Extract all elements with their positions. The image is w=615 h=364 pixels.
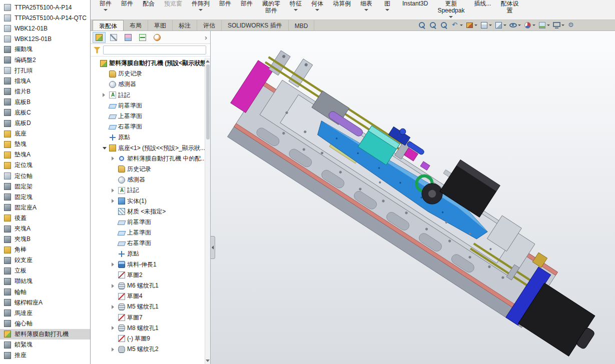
- ribbon-button[interactable]: 更新 Speedpak: [434, 0, 467, 18]
- expand-arrow-icon[interactable]: [112, 326, 116, 330]
- view-toolbar-button[interactable]: [537, 21, 550, 30]
- ribbon-button[interactable]: 藏的零 部件: [259, 0, 283, 14]
- parts-list-item[interactable]: 馬達座: [0, 308, 90, 318]
- feature-tree-item[interactable]: 註記: [91, 90, 210, 100]
- featuremanager-tab[interactable]: [93, 32, 106, 43]
- parts-list-item[interactable]: 固定架: [0, 182, 90, 192]
- ribbon-button[interactable]: 插线...: [471, 0, 494, 8]
- ribbon-tab[interactable]: 布局: [124, 20, 148, 30]
- ribbon-tab[interactable]: 草图: [148, 20, 173, 30]
- parts-list-item[interactable]: 定位軸: [0, 171, 90, 182]
- feature-tree-item[interactable]: 感測器: [91, 174, 210, 185]
- ribbon-button[interactable]: 部件: [216, 0, 234, 8]
- ribbon-button[interactable]: Instant3D: [399, 0, 431, 8]
- parts-list-item[interactable]: 固定座A: [0, 202, 90, 213]
- feature-tree-item[interactable]: M8 螺纹孔1: [91, 323, 210, 334]
- parts-list-item[interactable]: 角棒: [0, 244, 90, 255]
- feature-tree-item[interactable]: 草圖4: [91, 291, 210, 302]
- parts-list-item[interactable]: 聯結塊: [0, 276, 90, 286]
- expand-arrow-icon[interactable]: [112, 156, 116, 160]
- feature-tree-item[interactable]: M5 螺纹孔2: [91, 344, 210, 354]
- feature-tree-item[interactable]: 底座<1> (預設<<預設>_顯示狀...: [91, 143, 210, 154]
- featuremanager-tab[interactable]: [107, 32, 120, 43]
- parts-list-item[interactable]: 固定塊: [0, 192, 90, 202]
- parts-list-item[interactable]: 塑料薄膜自動打孔機: [0, 329, 90, 340]
- feature-tree-item[interactable]: 实体(1): [91, 196, 210, 206]
- expand-arrow-icon[interactable]: [112, 284, 116, 288]
- feature-tree-item[interactable]: 填料-伸長1: [91, 260, 210, 270]
- parts-list-item[interactable]: 底板C: [0, 108, 90, 118]
- view-toolbar-button[interactable]: [428, 21, 438, 30]
- view-toolbar-button[interactable]: [494, 21, 507, 30]
- expand-arrow-icon[interactable]: [112, 199, 116, 203]
- expand-arrow-icon[interactable]: [103, 147, 107, 150]
- parts-list-item[interactable]: 夾塊A: [0, 224, 90, 234]
- feature-tree-item[interactable]: 右基準面: [91, 122, 210, 132]
- ribbon-tab[interactable]: MBD: [289, 20, 315, 30]
- ribbon-tab[interactable]: 装配体: [93, 20, 124, 30]
- feature-tree-item[interactable]: 草圖7: [91, 312, 210, 323]
- ribbon-button[interactable]: 图: [379, 0, 396, 11]
- featuremanager-tab[interactable]: [122, 32, 135, 43]
- feature-tree-item[interactable]: 感測器: [91, 79, 210, 90]
- parts-list-item[interactable]: 鎖緊塊: [0, 340, 90, 350]
- view-toolbar-button[interactable]: [439, 21, 449, 30]
- ribbon-button[interactable]: 预览窗: [161, 0, 185, 8]
- tree-scrollbar[interactable]: [205, 58, 210, 364]
- parts-list-item[interactable]: 打孔頭: [0, 66, 90, 76]
- filter-funnel-icon[interactable]: [94, 47, 101, 54]
- parts-list-item[interactable]: WBK12-01B: [0, 23, 90, 34]
- expand-arrow-icon[interactable]: [103, 93, 107, 97]
- ribbon-button[interactable]: 部件: [118, 0, 136, 8]
- ribbon-button[interactable]: 何体: [308, 0, 326, 11]
- view-toolbar-button[interactable]: [566, 21, 576, 30]
- feature-tree-item[interactable]: 註記: [91, 185, 210, 196]
- feature-tree-item[interactable]: 材质 <未指定>: [91, 206, 210, 217]
- ribbon-button[interactable]: 细表: [357, 0, 375, 11]
- feature-tree-item[interactable]: (-) 草圖9: [91, 334, 210, 344]
- parts-list-item[interactable]: 夾塊B: [0, 234, 90, 244]
- parts-list-item[interactable]: 底板D: [0, 118, 90, 128]
- feature-tree-item[interactable]: 前基準面: [91, 217, 210, 228]
- expand-arrow-icon[interactable]: [112, 348, 116, 352]
- view-toolbar-button[interactable]: [417, 21, 427, 30]
- parts-list-item[interactable]: 偏心軸: [0, 318, 90, 329]
- parts-list-item[interactable]: 鉸支座: [0, 255, 90, 266]
- parts-list-item[interactable]: 编碼盤2: [0, 54, 90, 65]
- featuremanager-tab[interactable]: [136, 32, 149, 43]
- view-toolbar-button[interactable]: [508, 21, 521, 30]
- featuremanager-tab[interactable]: [151, 32, 164, 43]
- scroll-down-arrow[interactable]: [206, 360, 210, 362]
- view-toolbar-button[interactable]: [465, 21, 478, 30]
- parts-list-item[interactable]: 擋片B: [0, 86, 90, 97]
- ribbon-button[interactable]: 部件: [97, 0, 115, 11]
- assembly-model[interactable]: [211, 31, 615, 364]
- expand-arrow-icon[interactable]: [112, 305, 116, 309]
- feature-tree-item[interactable]: 原點: [91, 248, 210, 259]
- parts-list-item[interactable]: 墊塊: [0, 139, 90, 150]
- feature-tree-item[interactable]: 塑料薄膜自動打孔機 中的配...: [91, 154, 210, 164]
- tree-filter-input[interactable]: [103, 46, 206, 54]
- ribbon-tab[interactable]: 标注: [173, 20, 197, 30]
- parts-list-item[interactable]: 後蓋: [0, 213, 90, 224]
- ribbon-tab[interactable]: 评估: [197, 20, 222, 30]
- view-toolbar-button[interactable]: [479, 21, 492, 30]
- ribbon-button[interactable]: 件阵列: [189, 0, 213, 11]
- ribbon-button[interactable]: 配合: [140, 0, 158, 8]
- ribbon-button[interactable]: 特征: [287, 0, 305, 11]
- feature-tree-item[interactable]: 原點: [91, 132, 210, 142]
- view-toolbar-button[interactable]: [552, 21, 565, 30]
- feature-tree-item[interactable]: 历史记录: [91, 164, 210, 174]
- parts-list-item[interactable]: 底座: [0, 128, 90, 139]
- parts-list-item[interactable]: 螺桿帽座A: [0, 298, 90, 308]
- parts-list-item[interactable]: 推座: [0, 350, 90, 360]
- panel-splitter-handle[interactable]: [211, 236, 215, 259]
- feature-tree-item[interactable]: 上基準面: [91, 228, 210, 238]
- parts-list-item[interactable]: 立板: [0, 266, 90, 276]
- parts-list-item[interactable]: 擺動塊: [0, 44, 90, 54]
- feature-tree-item[interactable]: M5 螺纹孔1: [91, 302, 210, 312]
- ribbon-button[interactable]: 动算例: [330, 0, 354, 8]
- scroll-thumb[interactable]: [206, 64, 210, 140]
- graphics-area[interactable]: [211, 31, 615, 364]
- expand-arrow-icon[interactable]: [112, 262, 116, 266]
